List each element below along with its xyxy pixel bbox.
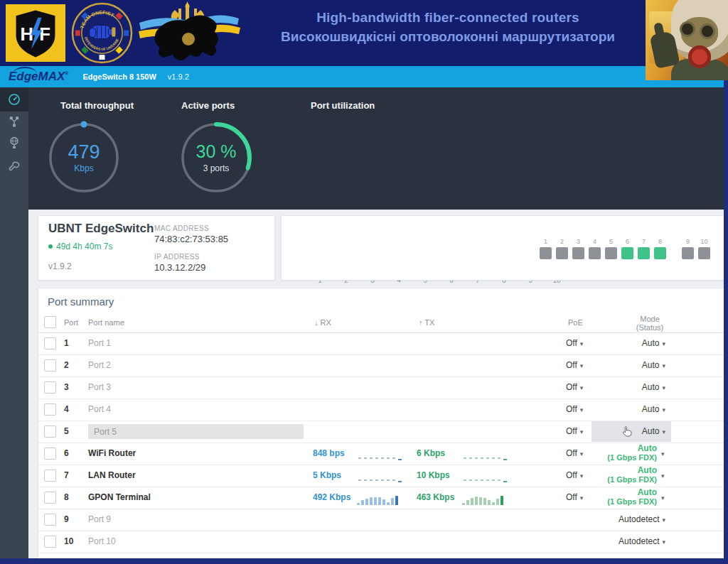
lion-trident-icon: [134, 1, 242, 65]
port-status-card: 1 2 3 4 5 6 7 8 9 10: [281, 215, 725, 281]
port-square-label: 5: [609, 238, 613, 245]
rx-sparkline: [357, 443, 402, 465]
chevron-down-icon: ▾: [661, 472, 665, 479]
svg-text:F: F: [39, 24, 50, 44]
rx-bar-sparkline: [357, 487, 402, 509]
tx-value: 6 Kbps: [417, 443, 445, 465]
tx-bar-sparkline: [462, 487, 508, 509]
banner-title-en: High-bandwidth fiber-connected routers: [228, 11, 668, 24]
header-port-name: Port name: [88, 313, 124, 332]
mode-select[interactable]: Autodetect▾: [572, 509, 665, 531]
wrench-icon: [8, 161, 21, 173]
throughput-value: 479: [68, 142, 100, 163]
port-name-field[interactable]: Port 9: [88, 509, 111, 531]
sidebar-item-tools[interactable]: [0, 157, 28, 177]
mode-select[interactable]: Autodetect▾: [572, 531, 665, 553]
port-square-label: 8: [658, 238, 662, 245]
port-name-field[interactable]: WiFi Router: [88, 443, 136, 465]
tx-sparkline: [462, 443, 508, 465]
table-row: 6 WiFi Router 848 bps 6 Kbps Off▾ Auto(1…: [38, 443, 724, 465]
device-model: EdgeSwitch 8 150W: [83, 72, 156, 81]
port-number: 5: [64, 421, 69, 443]
mode-select[interactable]: Auto(1 Gbps FDX): [572, 488, 657, 506]
table-row: 5 Off▾ Auto▾: [38, 421, 724, 443]
mode-select[interactable]: Auto(1 Gbps FDX): [572, 466, 657, 484]
table-row: 4 Port 4 Off▾ Auto▾: [38, 398, 724, 421]
tx-value: 10 Kbps: [417, 465, 450, 487]
banner-title-uk: Високошвидкісні оптоволоконні маршрутиза…: [228, 30, 668, 43]
throughput-gauge: 479 Kbps: [47, 121, 121, 195]
tx-sparkline: [462, 465, 508, 487]
select-all-checkbox[interactable]: [44, 316, 56, 328]
port-square: [698, 247, 710, 259]
rx-value: 492 Kbps: [313, 487, 350, 509]
port-summary-card: Port summary Port Port name ↓ RX ↑ TX Po…: [38, 288, 725, 559]
sidebar-item-dashboard[interactable]: [0, 87, 28, 112]
sidebar-item-network[interactable]: [0, 133, 28, 153]
port-name-field[interactable]: GPON Terminal: [88, 487, 151, 509]
port-square: [682, 247, 694, 259]
port-square-label: 3: [577, 238, 580, 245]
row-checkbox[interactable]: [44, 337, 56, 349]
mode-select[interactable]: Auto▾: [572, 376, 665, 399]
port-name-field[interactable]: Port 2: [88, 354, 111, 376]
header-tx-sort[interactable]: ↑ TX: [419, 313, 434, 332]
table-row: 7 LAN Router 5 Kbps 10 Kbps Off▾ Auto(1 …: [38, 465, 724, 487]
rx-value: 848 bps: [313, 443, 345, 465]
mode-select[interactable]: Auto▾: [572, 354, 665, 377]
port-name-field[interactable]: Port 3: [88, 376, 111, 398]
port-name-input[interactable]: [88, 424, 304, 439]
port-number: 3: [64, 376, 69, 398]
device-name: UBNT EdgeSwitch: [48, 222, 154, 236]
mode-select[interactable]: Auto▾: [572, 421, 665, 443]
hf-shield-logo: H F: [6, 4, 65, 62]
firmware-version: v1.9.2: [168, 72, 189, 81]
table-row: 2 Port 2 Off▾ Auto▾: [38, 354, 724, 377]
row-checkbox[interactable]: [44, 403, 56, 416]
throughput-unit: Kbps: [74, 164, 93, 173]
globe-icon: [8, 136, 21, 149]
active-ports-label: Active ports: [181, 100, 235, 111]
table-row: 9 Port 9 Autodetect▾: [38, 509, 724, 531]
mac-address-label: MAC ADDRESS: [154, 224, 209, 232]
row-checkbox[interactable]: [44, 359, 56, 372]
mac-address-value: 74:83:c2:73:53:85: [154, 234, 228, 244]
row-checkbox[interactable]: [44, 536, 56, 548]
row-checkbox[interactable]: [44, 492, 56, 504]
ip-address-value: 10.3.12.2/29: [154, 262, 205, 273]
port-square-label: 10: [700, 238, 707, 245]
mode-select[interactable]: Auto▾: [572, 332, 665, 355]
mode-select[interactable]: Auto▾: [572, 398, 665, 421]
row-checkbox[interactable]: [44, 381, 56, 394]
port-name-field[interactable]: Port 1: [88, 332, 111, 354]
port-name-field[interactable]: Port 4: [88, 398, 111, 421]
table-header-row: Port Port name ↓ RX ↑ TX PoE Mode(Status…: [38, 313, 724, 333]
port-name-field[interactable]: Port 10: [88, 531, 116, 553]
ukraine-lion-emblem: [134, 1, 242, 65]
table-row: 1 Port 1 Off▾ Auto▾: [38, 332, 724, 355]
row-checkbox[interactable]: [44, 425, 56, 438]
throughput-label: Total throughput: [60, 100, 134, 111]
sidebar-item-topology[interactable]: [0, 112, 28, 131]
photo-goggle-right: [700, 23, 715, 39]
port-number: 8: [64, 487, 69, 509]
tx-value: 463 Kbps: [417, 487, 454, 509]
header-rx-sort[interactable]: ↓ RX: [314, 313, 331, 332]
row-checkbox[interactable]: [44, 514, 56, 526]
edgemax-logo: EdgeMAX®: [9, 70, 69, 84]
top-banner: H F TEAM ONEFIST: [0, 0, 728, 66]
table-title: Port summary: [48, 295, 114, 308]
status-dot-icon: [48, 244, 53, 249]
port-square-label: 7: [642, 238, 646, 245]
page-frame-bottom: [0, 558, 728, 564]
header-mode: Mode(Status): [600, 313, 700, 332]
port-name-field[interactable]: LAN Router: [88, 465, 136, 487]
row-checkbox[interactable]: [44, 448, 56, 460]
port-number: 4: [64, 398, 69, 421]
port-number: 9: [64, 509, 69, 531]
device-info-card: UBNT EdgeSwitch 49d 4h 40m 7s v1.9.2 MAC…: [38, 215, 275, 281]
mode-select[interactable]: Auto(1 Gbps FDX): [572, 444, 657, 462]
port-square: [605, 247, 617, 259]
edgeswitch-dashboard-screen: H F TEAM ONEFIST: [0, 0, 728, 564]
row-checkbox[interactable]: [44, 470, 56, 482]
